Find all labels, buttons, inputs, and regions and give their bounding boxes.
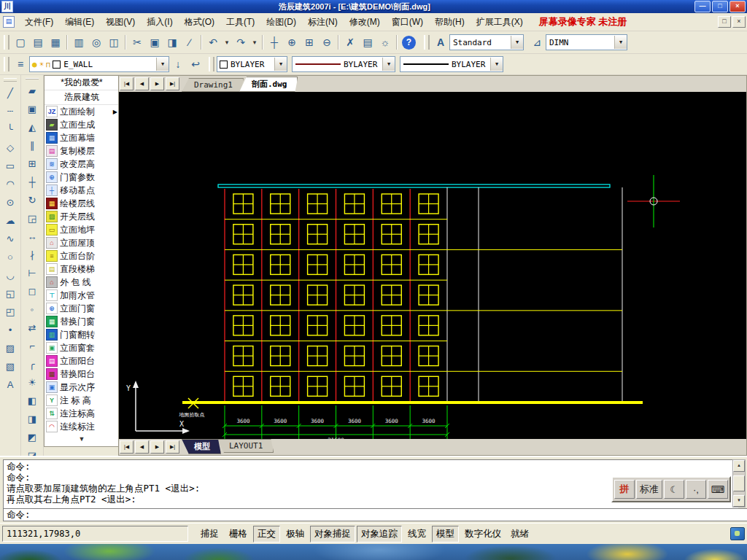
layer-lock-icon[interactable]: ⊓ [46, 61, 50, 69]
tab-nav-button-3[interactable]: ▶| [166, 440, 179, 454]
chevron-down-icon[interactable]: ▼ [156, 58, 169, 71]
chamfer-icon[interactable]: ⌐ [23, 337, 42, 355]
point-icon[interactable]: • [1, 321, 20, 339]
region-icon[interactable]: ▧ [1, 357, 20, 376]
lineweight-combo[interactable]: BYLAYER ▼ [400, 56, 503, 72]
save-icon[interactable]: ▦ [47, 34, 64, 51]
make-layer-current-icon[interactable]: ↓ [169, 55, 187, 73]
toolbar-grip[interactable] [26, 78, 39, 79]
palette-item[interactable]: ▣立面窗套 [44, 341, 119, 354]
break-at-point-icon[interactable]: ◦ [23, 300, 42, 319]
new-icon[interactable]: ▢ [12, 34, 29, 51]
fillet-icon[interactable]: ╭ [23, 355, 42, 373]
palette-item[interactable]: ⊕立面门窗 [44, 302, 119, 315]
construction-line-icon[interactable]: ┄ [1, 102, 20, 120]
stretch-icon[interactable]: ↔ [23, 228, 42, 246]
menu-item[interactable]: 插入(I) [141, 14, 178, 31]
copy-object-icon[interactable]: ▣ [23, 100, 42, 118]
menu-item[interactable]: 标注(N) [302, 14, 344, 31]
text-style-icon[interactable]: A [432, 34, 449, 51]
chevron-down-icon[interactable]: ▼ [490, 58, 503, 71]
text-style-combo[interactable]: Standard ▼ [449, 34, 524, 50]
palette-item[interactable]: ▦替换门窗 [44, 315, 119, 328]
palette-header-1[interactable]: 浩辰建筑 [44, 90, 119, 105]
chevron-down-icon[interactable]: ▼ [274, 58, 287, 71]
menu-item[interactable]: 扩展工具(X) [471, 14, 529, 31]
undo-icon[interactable]: ↶ [204, 34, 222, 51]
copy-icon[interactable]: ▣ [146, 34, 163, 51]
send-to-back-icon[interactable]: ◨ [23, 410, 42, 428]
open-icon[interactable]: ▤ [29, 34, 47, 51]
purge-icon[interactable]: ✗ [341, 34, 359, 51]
extend-icon[interactable]: ⊢ [23, 264, 42, 282]
break-icon[interactable]: ◻ [23, 282, 42, 300]
drawing-canvas[interactable]: 地面拾取点36003600360036003600360021600YX [118, 92, 747, 439]
chevron-down-icon[interactable]: ▼ [614, 36, 627, 49]
tab-nav-button-0[interactable]: |◀ [120, 440, 133, 454]
palette-item[interactable]: ▥门窗翻转 [44, 328, 119, 341]
scroll-down-icon[interactable]: ▼ [733, 495, 745, 507]
scrollbar-thumb[interactable] [733, 475, 745, 491]
spline-icon[interactable]: ∿ [1, 230, 20, 248]
rotate-icon[interactable]: ↻ [23, 191, 42, 209]
layer-color-swatch[interactable] [53, 61, 61, 69]
palette-item[interactable]: Y注 标 高 [44, 394, 119, 407]
rectangle-icon[interactable]: ▭ [1, 157, 20, 175]
palette-item[interactable]: ▦替换阳台 [44, 368, 119, 381]
toolbar-grip[interactable] [424, 35, 430, 50]
zoom-realtime-icon[interactable]: ⊕ [283, 34, 301, 51]
color-combo[interactable]: BYLAYER ▼ [217, 56, 287, 72]
mdi-restore-button[interactable]: □ [718, 16, 731, 28]
status-toggle-极轴[interactable]: 极轴 [282, 526, 309, 542]
arc-icon[interactable]: ◠ [1, 175, 20, 193]
scale-icon[interactable]: ◲ [23, 209, 42, 228]
line-icon[interactable]: ╱ [1, 84, 20, 102]
minimize-button[interactable]: — [694, 1, 711, 12]
layer-previous-icon[interactable]: ↩ [187, 55, 204, 73]
dim-style-combo[interactable]: DIMN ▼ [546, 34, 627, 50]
palette-item[interactable]: ⇅连注标高 [44, 407, 119, 420]
tab-nav-button-2[interactable]: ▶ [150, 440, 164, 454]
menu-item[interactable]: 窗口(W) [386, 14, 429, 31]
palette-item[interactable]: ▣显示次序 [44, 381, 119, 394]
insert-block-icon[interactable]: ◱ [1, 284, 20, 303]
tab-剖面.dwg[interactable]: 剖面.dwg [239, 77, 298, 92]
layer-combo[interactable]: ● ☀ ⊓ E_WALL ▼ [29, 56, 169, 72]
tab-nav-button-1[interactable]: ◀ [135, 440, 149, 454]
toolbar-grip[interactable] [4, 57, 9, 71]
ellipse-icon[interactable]: ○ [1, 248, 20, 266]
palette-item[interactable]: ⊤加雨水管 [44, 289, 119, 302]
palette-item[interactable]: ▭立面地坪 [44, 223, 119, 236]
ime-logo-icon[interactable]: 拼 [614, 480, 635, 499]
tab-nav-button-0[interactable]: |◀ [120, 77, 133, 90]
menu-item[interactable]: 格式(O) [179, 14, 220, 31]
palette-item[interactable]: ▨开关层线 [44, 210, 119, 223]
palette-item[interactable]: JZ立面绘制▶ [44, 105, 119, 118]
ime-punctuation-icon[interactable]: ·, [686, 480, 706, 499]
publish-icon[interactable]: ◫ [105, 34, 123, 51]
ime-fullhalf-moon-icon[interactable]: ☾ [664, 480, 684, 499]
ellipse-arc-icon[interactable]: ◡ [1, 266, 20, 284]
menu-item[interactable]: 编辑(E) [59, 14, 100, 31]
status-toggle-对象捕捉[interactable]: 对象捕捉 [310, 526, 355, 542]
menu-item[interactable]: 工具(T) [220, 14, 260, 31]
tab-nav-button-2[interactable]: ▶ [150, 77, 164, 90]
erase-icon[interactable]: ▰ [23, 82, 42, 100]
menu-item[interactable]: 修改(M) [344, 14, 386, 31]
palette-item[interactable]: ▦立面幕墙 [44, 131, 119, 144]
revision-cloud-icon[interactable]: ☁ [1, 211, 20, 230]
menu-item[interactable]: 视图(V) [100, 14, 141, 31]
command-scrollbar[interactable]: ▲ ▼ [732, 459, 746, 508]
palette-item[interactable]: ┼移动基点 [44, 184, 119, 197]
polyline-icon[interactable]: ╰ [1, 120, 20, 139]
palette-item[interactable]: ▤复制楼层 [44, 144, 119, 158]
pan-icon[interactable]: ┼ [266, 34, 283, 51]
hatch-icon[interactable]: ▨ [1, 339, 20, 357]
tab-Drawing1[interactable]: Drawing1 [182, 78, 244, 92]
zoom-previous-icon[interactable]: ⊖ [318, 34, 336, 51]
palette-item[interactable]: ⊕门窗参数 [44, 171, 119, 184]
layer-manager-icon[interactable]: ≡ [12, 55, 29, 73]
print-icon[interactable]: ▥ [70, 34, 88, 51]
palette-item[interactable]: ▤直段楼梯 [44, 262, 119, 276]
layer-freeze-sun-icon[interactable]: ☀ [39, 60, 44, 69]
